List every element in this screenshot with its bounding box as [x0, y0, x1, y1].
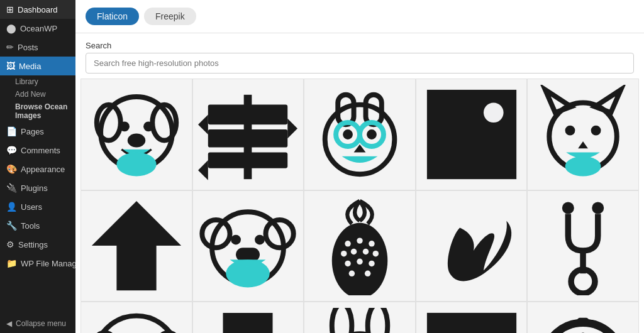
svg-point-41: [357, 238, 362, 244]
oceanwp-icon: ⬤: [6, 23, 16, 33]
sidebar-item-oceanwp[interactable]: ⬤ OceanWP: [0, 19, 75, 38]
svg-rect-71: [426, 313, 516, 333]
svg-marker-63: [223, 313, 273, 333]
sidebar-label-plugins: Plugins: [21, 183, 48, 193]
svg-point-43: [341, 251, 347, 256]
svg-point-56: [94, 316, 178, 333]
sidebar-item-comments[interactable]: 💬 Comments: [0, 141, 75, 160]
svg-point-47: [345, 261, 350, 266]
grid-item-cat-face[interactable]: [527, 79, 639, 190]
svg-point-35: [231, 235, 242, 245]
sidebar-label-settings: Settings: [18, 240, 48, 249]
svg-marker-8: [198, 114, 208, 134]
svg-point-5: [128, 133, 145, 147]
tab-flaticon[interactable]: Flaticon: [86, 8, 139, 25]
svg-point-53: [592, 202, 604, 214]
grid-item-signpost[interactable]: [192, 79, 304, 190]
settings-icon: ⚙: [6, 239, 14, 249]
sidebar-item-appearance[interactable]: 🎨 Appearance: [0, 160, 75, 178]
sidebar: ⊞ Dashboard ⬤ OceanWP ✏ Posts 🖼 Media Li…: [0, 0, 75, 333]
grid-item-arrow-up[interactable]: [80, 190, 192, 302]
search-input[interactable]: [86, 53, 634, 74]
grid-item-black-square[interactable]: [416, 79, 528, 190]
tools-icon: 🔧: [6, 221, 17, 231]
svg-point-20: [367, 129, 377, 139]
svg-point-36: [255, 235, 265, 245]
tab-freepik[interactable]: Freepik: [144, 8, 196, 25]
svg-point-44: [351, 249, 357, 254]
sidebar-label-oceanwp: OceanWP: [20, 24, 57, 33]
sidebar-label-users: Users: [21, 202, 42, 212]
grid-item-owl-face[interactable]: [304, 79, 416, 190]
svg-point-49: [369, 261, 374, 266]
grid-item-rabbit-face[interactable]: [304, 302, 416, 333]
users-icon: 👤: [6, 202, 17, 212]
comments-icon: 💬: [6, 145, 17, 155]
svg-point-45: [363, 249, 369, 254]
source-tabs: Flaticon Freepik: [75, 0, 644, 33]
svg-point-48: [357, 259, 362, 265]
svg-point-40: [345, 241, 350, 247]
svg-point-30: [565, 156, 601, 177]
sidebar-sub-addnew[interactable]: Add New: [0, 88, 75, 101]
grid-item-bookmark[interactable]: [192, 302, 304, 333]
sidebar-sub-browse[interactable]: Browse Ocean Images: [0, 101, 75, 122]
svg-point-51: [365, 271, 370, 276]
svg-marker-31: [92, 201, 181, 290]
svg-marker-26: [595, 90, 621, 112]
grid-item-pineapple[interactable]: [304, 190, 416, 302]
grid-item-stethoscope[interactable]: [527, 190, 639, 302]
dashboard-icon: ⊞: [6, 4, 14, 14]
collapse-menu-button[interactable]: ◀ Collapse menu: [0, 314, 75, 333]
sidebar-item-pages[interactable]: 📄 Pages: [0, 122, 75, 141]
svg-marker-12: [198, 160, 208, 180]
grid-item-vimeo[interactable]: [416, 190, 528, 302]
sidebar-label-wpfilemanager: WP File Manager: [21, 259, 75, 268]
collapse-label: Collapse menu: [16, 319, 66, 328]
grid-item-bulldog-face[interactable]: [192, 190, 304, 302]
svg-point-6: [116, 152, 156, 176]
svg-marker-29: [578, 141, 588, 148]
filemanager-icon: 📁: [6, 258, 17, 268]
svg-rect-13: [244, 95, 252, 179]
svg-point-52: [562, 202, 574, 214]
svg-point-50: [349, 271, 355, 276]
sidebar-label-appearance: Appearance: [21, 165, 65, 174]
svg-point-4: [143, 121, 153, 131]
search-section: Search: [75, 33, 644, 79]
svg-point-46: [373, 251, 379, 256]
sidebar-item-tools[interactable]: 🔧 Tools: [0, 216, 75, 235]
sidebar-item-users[interactable]: 👤 Users: [0, 197, 75, 216]
sidebar-item-media[interactable]: 🖼 Media: [0, 57, 75, 75]
pages-icon: 📄: [6, 126, 17, 136]
sidebar-label-pages: Pages: [21, 127, 44, 136]
sidebar-item-posts[interactable]: ✏ Posts: [0, 38, 75, 57]
sidebar-item-dashboard[interactable]: ⊞ Dashboard: [0, 0, 75, 19]
svg-point-3: [119, 121, 130, 131]
svg-rect-76: [577, 318, 589, 324]
appearance-icon: 🎨: [6, 164, 17, 174]
grid-item-round-dog[interactable]: [80, 302, 192, 333]
grid-item-clock[interactable]: [527, 302, 639, 333]
sidebar-sub-library[interactable]: Library: [0, 75, 75, 88]
svg-point-23: [484, 102, 504, 123]
media-icon: 🖼: [6, 61, 15, 71]
svg-point-27: [565, 126, 575, 136]
plugins-icon: 🔌: [6, 183, 17, 193]
sidebar-label-comments: Comments: [21, 146, 60, 155]
sidebar-item-plugins[interactable]: 🔌 Plugins: [0, 178, 75, 197]
svg-marker-10: [288, 119, 298, 139]
collapse-icon: ◀: [6, 319, 12, 328]
svg-point-72: [543, 323, 623, 333]
svg-point-42: [369, 241, 374, 247]
grid-item-black-square-2[interactable]: [416, 302, 528, 333]
svg-marker-25: [545, 90, 571, 112]
main-content: Flaticon Freepik Search: [75, 0, 644, 333]
sidebar-label-dashboard: Dashboard: [18, 5, 58, 14]
sidebar-item-settings[interactable]: ⚙ Settings: [0, 235, 75, 254]
sidebar-item-wpfilemanager[interactable]: 📁 WP File Manager: [0, 254, 75, 273]
search-label: Search: [86, 41, 634, 50]
sidebar-label-posts: Posts: [18, 43, 38, 52]
sidebar-label-media: Media: [19, 62, 41, 71]
grid-item-dog-face[interactable]: [80, 79, 192, 190]
